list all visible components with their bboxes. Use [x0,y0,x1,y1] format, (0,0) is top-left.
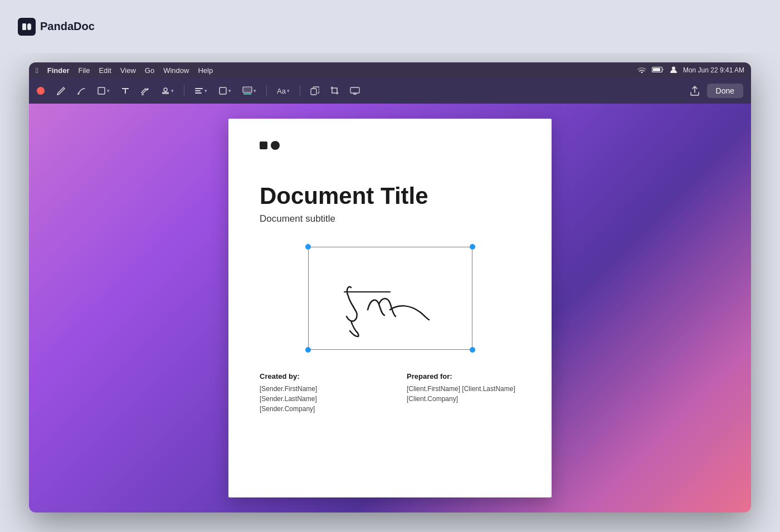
footer-col-prepared: Prepared for: [Client.FirstName] [Client… [407,372,520,414]
svg-rect-8 [195,90,201,91]
logo-circle [271,141,280,150]
svg-rect-13 [311,89,316,95]
wifi-icon [637,66,646,75]
svg-rect-0 [22,23,26,30]
logo-icon [18,18,36,36]
box-tool[interactable]: ▾ [215,84,235,97]
footer-col-created: Created by: [Sender.FirstName] [Sender.L… [260,372,373,414]
close-button[interactable] [37,87,45,95]
svg-point-4 [672,66,675,70]
battery-icon [652,66,664,75]
signature-box [308,247,472,350]
share-button[interactable] [687,83,703,99]
handle-bottom-right[interactable] [470,347,475,353]
user-account-icon [670,66,677,75]
toolbar-divider-2 [266,85,267,96]
document-title: Document Title [260,183,520,209]
document-subtitle: Document subtitle [260,213,520,224]
menu-file[interactable]: File [78,66,90,75]
svg-rect-11 [243,87,252,92]
svg-rect-3 [653,68,660,71]
highlight-tool[interactable] [138,83,153,99]
annotate-tool[interactable] [53,83,69,99]
created-by-label: Created by: [260,372,373,380]
handle-bottom-left[interactable] [305,347,311,353]
done-button[interactable]: Done [707,84,743,98]
svg-rect-1 [27,23,31,30]
menu-view[interactable]: View [120,66,136,75]
svg-rect-10 [220,87,226,94]
prepared-for-label: Prepared for: [407,372,520,380]
fill-tool[interactable]: ▾ [239,84,260,97]
macos-window:  Finder File Edit View Go Window Help [29,62,751,513]
toolbar-divider-3 [300,85,300,96]
align-tool-arrow: ▾ [204,88,207,94]
macos-menubar:  Finder File Edit View Go Window Help [29,62,751,78]
svg-rect-7 [195,88,203,89]
menu-edit[interactable]: Edit [99,66,111,75]
svg-point-6 [164,88,167,91]
menu-go[interactable]: Go [145,66,154,75]
svg-rect-14 [350,87,359,93]
svg-rect-9 [195,92,202,94]
stamp-tool-arrow: ▾ [171,88,174,94]
draw-tool[interactable] [74,83,89,99]
menu-window[interactable]: Window [163,66,189,75]
system-time: Mon Jun 22 9:41 AM [683,66,744,74]
duplicate-tool[interactable] [307,83,323,99]
media-tool[interactable] [347,83,363,99]
menubar-left:  Finder File Edit View Go Window Help [36,66,213,75]
crop-tool[interactable] [327,83,343,99]
apple-menu[interactable]:  [36,66,38,75]
stamp-tool[interactable]: ▾ [158,84,177,97]
font-tool[interactable]: Aa ▾ [274,85,293,97]
prepared-for-value: [Client.FirstName] [Client.LastName][Cli… [407,384,520,404]
signature-image [318,254,462,343]
app-toolbar: ▾ ▾ [29,78,751,104]
doc-logo-area [260,141,520,150]
logo-square [260,141,267,149]
svg-rect-5 [98,87,105,94]
handle-top-right[interactable] [470,244,475,250]
signature-container[interactable] [308,247,472,350]
shape-tool[interactable]: ▾ [94,84,113,97]
align-tool[interactable]: ▾ [191,84,211,97]
font-label: Aa [277,87,286,95]
menu-finder[interactable]: Finder [47,66,70,75]
font-tool-arrow: ▾ [287,88,290,94]
document-footer: Created by: [Sender.FirstName] [Sender.L… [260,372,520,414]
box-tool-arrow: ▾ [228,88,231,94]
pandadoc-logo: PandaDoc [18,18,95,36]
toolbar-divider-1 [184,85,184,96]
shape-tool-arrow: ▾ [107,88,110,94]
menu-help[interactable]: Help [198,66,213,75]
svg-rect-12 [243,93,251,95]
created-by-value: [Sender.FirstName] [Sender.LastName][Sen… [260,384,373,414]
app-content: Document Title Document subtitle [29,104,751,513]
fill-tool-arrow: ▾ [254,88,256,94]
document-paper: Document Title Document subtitle [228,119,552,497]
pandadoc-topbar: PandaDoc [0,0,780,53]
logo-text: PandaDoc [40,20,95,33]
text-tool[interactable] [118,83,133,99]
handle-top-left[interactable] [305,244,311,250]
menubar-right: Mon Jun 22 9:41 AM [637,62,744,78]
